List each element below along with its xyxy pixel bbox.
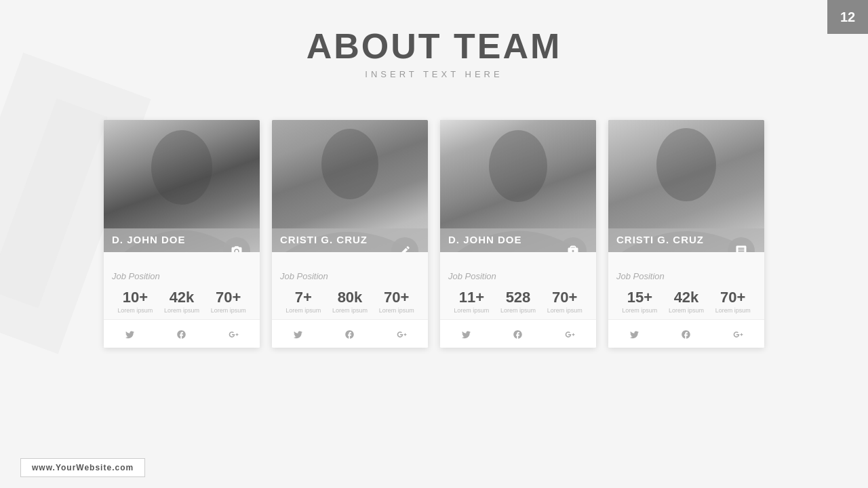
card-body-2: Job Position 7+ Lorem ipsum 80k Lorem ip… (272, 252, 428, 348)
stat-value: 528 (500, 289, 536, 306)
team-card-4: CRISTI G. CRUZ Job Position 15+ Lorem ip… (608, 120, 764, 348)
page-footer: www.YourWebsite.com (20, 458, 145, 477)
team-card-2: CRISTI G. CRUZ Job Position 7+ Lorem ips… (272, 120, 428, 348)
stat-value: 7+ (285, 289, 321, 306)
stat-item: 42k Lorem ipsum (164, 289, 199, 314)
googleplus-icon-2[interactable] (391, 327, 412, 342)
footer-url-suffix: .com (112, 463, 134, 472)
stat-value: 10+ (117, 289, 153, 306)
stat-value: 70+ (379, 289, 414, 306)
stat-item: 15+ Lorem ipsum (622, 289, 657, 314)
card-footer-1 (104, 319, 260, 348)
twitter-icon-4[interactable] (624, 327, 645, 342)
page-number: 12 (827, 0, 868, 34)
twitter-icon-1[interactable] (119, 327, 140, 342)
chat-icon (735, 245, 747, 252)
stat-label: Lorem ipsum (332, 307, 368, 314)
footer-url-prefix: www. (32, 463, 56, 472)
facebook-icon-1[interactable] (171, 327, 192, 342)
googleplus-icon-4[interactable] (728, 327, 749, 342)
card-photo-1: D. JOHN DOE (104, 120, 260, 252)
card-footer-3 (440, 319, 596, 348)
card-body-1: Job Position 10+ Lorem ipsum 42k Lorem i… (104, 252, 260, 348)
stat-label: Lorem ipsum (454, 307, 489, 314)
card-stats-2: 7+ Lorem ipsum 80k Lorem ipsum 70+ Lorem… (280, 289, 420, 314)
card-position-4: Job Position (616, 271, 756, 281)
card-stats-1: 10+ Lorem ipsum 42k Lorem ipsum 70+ Lore… (112, 289, 252, 314)
stat-item: 80k Lorem ipsum (332, 289, 368, 314)
stat-value: 42k (164, 289, 199, 306)
card-stats-3: 11+ Lorem ipsum 528 Lorem ipsum 70+ Lore… (448, 289, 588, 314)
stat-item: 10+ Lorem ipsum (117, 289, 153, 314)
stat-label: Lorem ipsum (211, 307, 246, 314)
card-photo-4: CRISTI G. CRUZ (608, 120, 764, 252)
card-position-1: Job Position (112, 271, 252, 281)
stat-label: Lorem ipsum (285, 307, 321, 314)
page-title: ABOUT TEAM (0, 26, 868, 66)
facebook-icon-2[interactable] (339, 327, 360, 342)
team-card-1: D. JOHN DOE Job Position 10+ Lorem ipsum… (104, 120, 260, 348)
card-footer-4 (608, 319, 764, 348)
facebook-icon-4[interactable] (675, 327, 696, 342)
card-footer-2 (272, 319, 428, 348)
card-body-3: Job Position 11+ Lorem ipsum 528 Lorem i… (440, 252, 596, 348)
stat-value: 11+ (454, 289, 489, 306)
footer-url-brand: YourWebsite (56, 463, 112, 472)
facebook-icon-3[interactable] (507, 327, 528, 342)
stat-item: 70+ Lorem ipsum (547, 289, 583, 314)
card-stats-4: 15+ Lorem ipsum 42k Lorem ipsum 70+ Lore… (616, 289, 756, 314)
team-card-3: D. JOHN DOE Job Position 11+ Lorem ipsum… (440, 120, 596, 348)
page-subtitle: INSERT TEXT HERE (0, 69, 868, 79)
stat-value: 15+ (622, 289, 657, 306)
stat-label: Lorem ipsum (715, 307, 751, 314)
stat-label: Lorem ipsum (379, 307, 414, 314)
stat-item: 70+ Lorem ipsum (379, 289, 414, 314)
svg-point-2 (489, 130, 547, 202)
stat-value: 70+ (715, 289, 751, 306)
stat-label: Lorem ipsum (164, 307, 199, 314)
card-photo-3: D. JOHN DOE (440, 120, 596, 252)
stat-label: Lorem ipsum (500, 307, 536, 314)
svg-point-3 (656, 128, 716, 201)
stat-label: Lorem ipsum (547, 307, 583, 314)
stat-item: 70+ Lorem ipsum (715, 289, 751, 314)
stat-item: 70+ Lorem ipsum (211, 289, 246, 314)
stat-value: 80k (332, 289, 368, 306)
svg-point-1 (321, 129, 378, 199)
stat-value: 70+ (547, 289, 583, 306)
stat-value: 70+ (211, 289, 246, 306)
stat-value: 42k (669, 289, 704, 306)
card-photo-2: CRISTI G. CRUZ (272, 120, 428, 252)
page-header: ABOUT TEAM INSERT TEXT HERE (0, 0, 868, 79)
googleplus-icon-1[interactable] (223, 327, 244, 342)
pen-icon (399, 245, 411, 252)
footer-url: www.YourWebsite.com (20, 458, 145, 477)
stat-item: 528 Lorem ipsum (500, 289, 536, 314)
svg-point-0 (151, 130, 212, 205)
stat-item: 42k Lorem ipsum (669, 289, 704, 314)
googleplus-icon-3[interactable] (559, 327, 580, 342)
card-position-3: Job Position (448, 271, 588, 281)
card-body-4: Job Position 15+ Lorem ipsum 42k Lorem i… (608, 252, 764, 348)
twitter-icon-3[interactable] (456, 327, 477, 342)
stat-label: Lorem ipsum (622, 307, 657, 314)
team-cards-container: D. JOHN DOE Job Position 10+ Lorem ipsum… (0, 120, 868, 348)
stat-label: Lorem ipsum (117, 307, 153, 314)
stat-item: 7+ Lorem ipsum (285, 289, 321, 314)
briefcase-icon (567, 245, 579, 252)
camera-icon (231, 245, 243, 252)
twitter-icon-2[interactable] (288, 327, 309, 342)
stat-label: Lorem ipsum (669, 307, 704, 314)
card-position-2: Job Position (280, 271, 420, 281)
stat-item: 11+ Lorem ipsum (454, 289, 489, 314)
